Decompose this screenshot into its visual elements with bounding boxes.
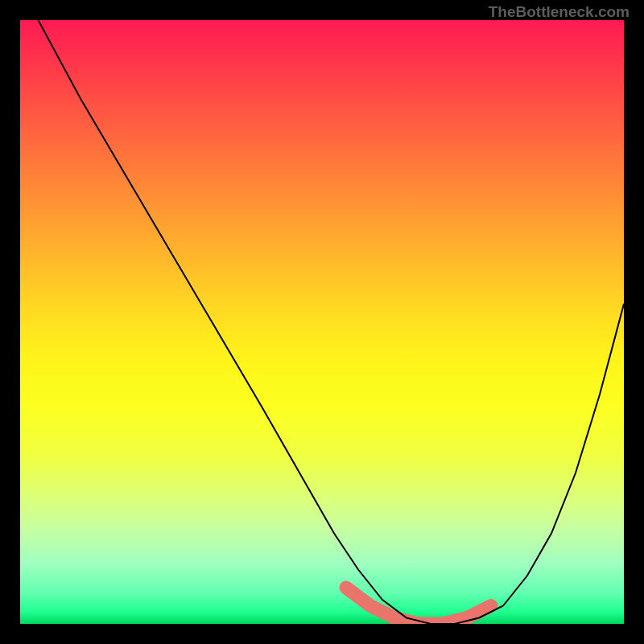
highlight-band [346,588,491,624]
chart-svg [20,20,624,624]
watermark-text: TheBottleneck.com [489,3,630,21]
chart-plot-area [20,20,624,624]
curve-line [39,20,625,624]
